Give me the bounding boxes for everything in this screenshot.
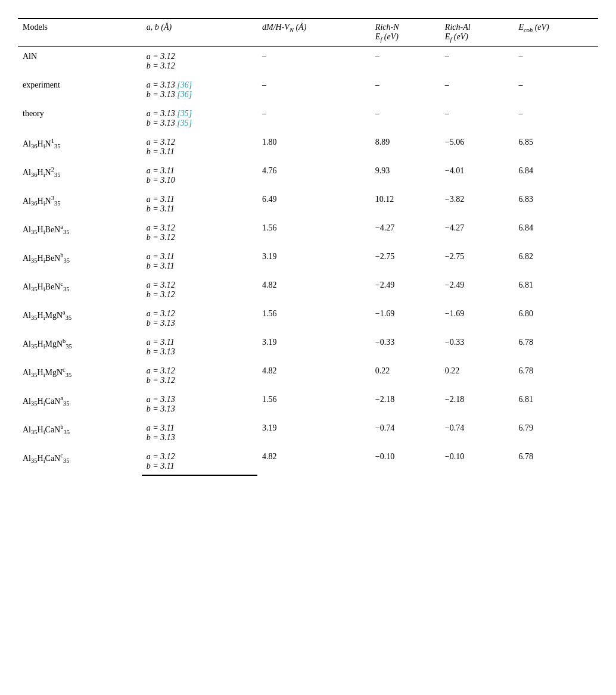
- col-header-dMHVN: dM/H-VN (Å): [257, 18, 371, 46]
- ecoh-cell: 6.83: [514, 190, 598, 219]
- ecoh-cell: 6.78: [514, 447, 598, 475]
- richn-cell: −0.33: [371, 333, 440, 361]
- ab-second: b = 3.11: [142, 261, 257, 276]
- model-cell: Al35HiMgNc35: [18, 361, 142, 390]
- ab-second: b = 3.13 [35]: [142, 119, 257, 133]
- model-cell: Al35HiMgNa35: [18, 304, 142, 333]
- richal-cell: −2.75: [440, 247, 514, 276]
- dmhvn-cell: 4.82: [257, 447, 371, 475]
- ecoh-cell: 6.78: [514, 333, 598, 361]
- richn-cell: −0.74: [371, 419, 440, 447]
- table-row: Al36HiN135a = 3.121.808.89−5.066.85: [18, 133, 598, 147]
- model-cell: Al35HiBeNc35: [18, 276, 142, 304]
- dmhvn-cell: 3.19: [257, 247, 371, 276]
- ab-second: b = 3.13: [142, 319, 257, 333]
- table-row: Al35HiBeNb35a = 3.113.19−2.75−2.756.82: [18, 247, 598, 261]
- richn-cell: 9.93: [371, 161, 440, 190]
- model-cell: Al36HiN135: [18, 133, 142, 161]
- model-cell: Al35HiCaNc35: [18, 447, 142, 475]
- model-cell: Al35HiMgNb35: [18, 333, 142, 361]
- dmhvn-cell: 3.19: [257, 333, 371, 361]
- dmhvn-cell: 1.56: [257, 304, 371, 333]
- dmhvn-cell: 4.82: [257, 276, 371, 304]
- dmhvn-cell: 4.76: [257, 161, 371, 190]
- ab-second: b = 3.11: [142, 462, 257, 475]
- ab-first: a = 3.12: [142, 361, 257, 376]
- ecoh-cell: 6.85: [514, 133, 598, 161]
- ab-second: b = 3.13 [36]: [142, 90, 257, 104]
- ecoh-cell: 6.81: [514, 390, 598, 419]
- ab-second: b = 3.13: [142, 433, 257, 447]
- ab-second: b = 3.12: [142, 233, 257, 247]
- ecoh-cell: 6.78: [514, 361, 598, 390]
- richn-cell: −2.75: [371, 247, 440, 276]
- dmhvn-cell: 4.82: [257, 361, 371, 390]
- dmhvn-cell: –: [257, 76, 371, 104]
- table-row: Al35HiCaNc35a = 3.124.82−0.10−0.106.78: [18, 447, 598, 462]
- ab-first: a = 3.12: [142, 304, 257, 319]
- table-row: Al35HiCaNb35a = 3.113.19−0.74−0.746.79: [18, 419, 598, 433]
- richal-cell: –: [440, 46, 514, 76]
- table-row: experimenta = 3.13 [36]––––: [18, 76, 598, 90]
- model-cell: Al35HiCaNa35: [18, 390, 142, 419]
- ab-first: a = 3.13 [35]: [142, 104, 257, 119]
- ab-first: a = 3.11: [142, 419, 257, 433]
- data-table: Models a, b (Å) dM/H-VN (Å) Rich-NEf (eV…: [18, 18, 598, 476]
- ab-first: a = 3.12: [142, 276, 257, 290]
- model-cell: theory: [18, 104, 142, 133]
- dmhvn-cell: 1.80: [257, 133, 371, 161]
- model-cell: Al36HiN235: [18, 161, 142, 190]
- col-header-models: Models: [18, 18, 142, 46]
- model-cell: Al35HiCaNb35: [18, 419, 142, 447]
- col-header-richAl: Rich-AlEf (eV): [440, 18, 514, 46]
- ab-second: b = 3.11: [142, 204, 257, 219]
- table-row: Al36HiN335a = 3.116.4910.12−3.826.83: [18, 190, 598, 204]
- ecoh-cell: 6.80: [514, 304, 598, 333]
- ab-first: a = 3.11: [142, 161, 257, 176]
- dmhvn-cell: 6.49: [257, 190, 371, 219]
- table-row: Al35HiCaNa35a = 3.131.56−2.18−2.186.81: [18, 390, 598, 404]
- table-row: Al35HiBeNa35a = 3.121.56−4.27−4.276.84: [18, 219, 598, 233]
- richal-cell: −3.82: [440, 190, 514, 219]
- ab-first: a = 3.13: [142, 390, 257, 404]
- dmhvn-cell: –: [257, 46, 371, 76]
- ab-second: b = 3.11: [142, 147, 257, 161]
- richn-cell: 0.22: [371, 361, 440, 390]
- ab-first: a = 3.11: [142, 247, 257, 261]
- table-row: AlNa = 3.12––––: [18, 46, 598, 61]
- richn-cell: −4.27: [371, 219, 440, 247]
- richal-cell: −0.33: [440, 333, 514, 361]
- ab-second: b = 3.12: [142, 376, 257, 390]
- model-cell: experiment: [18, 76, 142, 104]
- richn-cell: 8.89: [371, 133, 440, 161]
- richn-cell: –: [371, 46, 440, 76]
- ab-second: b = 3.12: [142, 61, 257, 76]
- dmhvn-cell: –: [257, 104, 371, 133]
- ab-first: a = 3.11: [142, 190, 257, 204]
- dmhvn-cell: 1.56: [257, 390, 371, 419]
- ab-first: a = 3.11: [142, 333, 257, 347]
- richal-cell: 0.22: [440, 361, 514, 390]
- ab-first: a = 3.13 [36]: [142, 76, 257, 90]
- richn-cell: 10.12: [371, 190, 440, 219]
- col-header-richN: Rich-NEf (eV): [371, 18, 440, 46]
- ab-first: a = 3.12: [142, 46, 257, 61]
- header-row: Models a, b (Å) dM/H-VN (Å) Rich-NEf (eV…: [18, 18, 598, 46]
- table-row: Al35HiMgNa35a = 3.121.56−1.69−1.696.80: [18, 304, 598, 319]
- richn-cell: −1.69: [371, 304, 440, 333]
- richal-cell: −5.06: [440, 133, 514, 161]
- table-row: Al35HiMgNc35a = 3.124.820.220.226.78: [18, 361, 598, 376]
- ecoh-cell: –: [514, 76, 598, 104]
- ab-second: b = 3.12: [142, 290, 257, 304]
- richal-cell: −4.01: [440, 161, 514, 190]
- model-cell: Al36HiN335: [18, 190, 142, 219]
- dmhvn-cell: 3.19: [257, 419, 371, 447]
- richal-cell: −4.27: [440, 219, 514, 247]
- ecoh-cell: –: [514, 104, 598, 133]
- table-row: Al35HiBeNc35a = 3.124.82−2.49−2.496.81: [18, 276, 598, 290]
- ab-first: a = 3.12: [142, 133, 257, 147]
- richal-cell: −0.10: [440, 447, 514, 475]
- model-cell: AlN: [18, 46, 142, 76]
- ab-first: a = 3.12: [142, 219, 257, 233]
- model-cell: Al35HiBeNb35: [18, 247, 142, 276]
